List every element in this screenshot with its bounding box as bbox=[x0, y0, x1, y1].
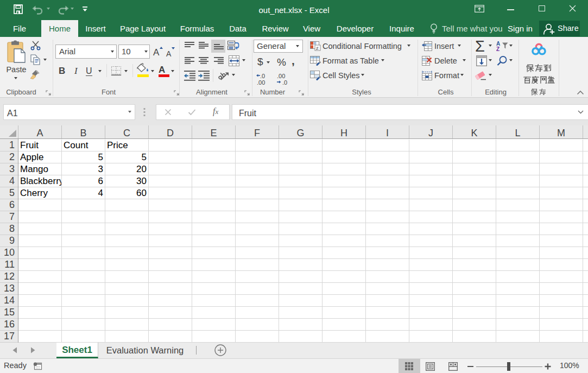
svg-text:≠: ≠ bbox=[316, 46, 319, 51]
svg-text:Z: Z bbox=[496, 46, 500, 52]
svg-text:.00: .00 bbox=[257, 79, 265, 86]
svg-text:.0: .0 bbox=[260, 73, 265, 79]
svg-text:.00: .00 bbox=[277, 73, 285, 79]
svg-text:.0: .0 bbox=[282, 79, 287, 86]
